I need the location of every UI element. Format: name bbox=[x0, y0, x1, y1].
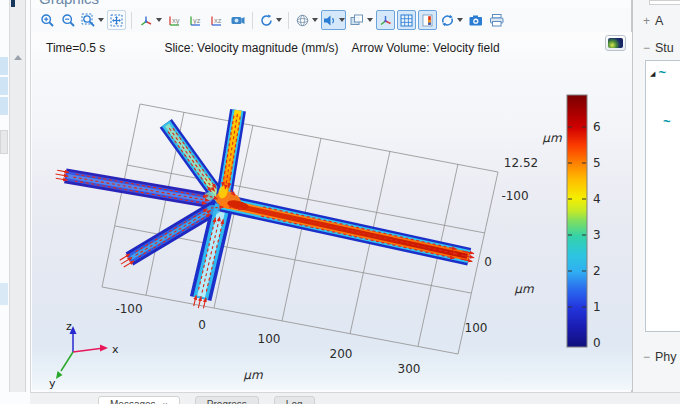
study-section-label: Stu bbox=[655, 41, 674, 55]
time-dependent-study-icon: ~ bbox=[658, 65, 666, 80]
dropdown-caret-icon[interactable] bbox=[457, 18, 463, 22]
colorbar bbox=[567, 95, 587, 347]
view-xy-button[interactable]: xy bbox=[165, 10, 184, 30]
colorbar-tick: 1 bbox=[593, 300, 601, 314]
triad-x-label: x bbox=[112, 343, 119, 356]
view-yz-icon: yz bbox=[188, 13, 204, 28]
show-color-legend-button[interactable] bbox=[418, 10, 437, 30]
view-yz-button[interactable]: yz bbox=[186, 10, 205, 30]
dropdown-caret-icon[interactable] bbox=[156, 18, 162, 22]
view-xz-icon: xz bbox=[209, 13, 225, 28]
z-axis-unit: µm bbox=[542, 131, 562, 145]
triad-y-label: y bbox=[49, 377, 56, 390]
color-legend-icon bbox=[420, 13, 435, 28]
coordinate-triad: z x y bbox=[49, 320, 119, 390]
bottom-tab-bar: Messages× Progress Log bbox=[30, 392, 680, 404]
plot-thumbnail-button[interactable] bbox=[605, 35, 626, 51]
tree-expand-icon[interactable]: ◢ bbox=[650, 70, 655, 77]
toolbar-separator bbox=[252, 12, 253, 29]
refresh-button[interactable] bbox=[439, 10, 464, 30]
tab-log[interactable]: Log bbox=[274, 396, 315, 404]
scroll-up-icon[interactable] bbox=[14, 55, 22, 60]
scene-button[interactable] bbox=[294, 10, 319, 30]
graphics-panel: Graphics xy bbox=[30, 0, 632, 392]
colorbar-tick: 3 bbox=[593, 228, 601, 242]
x-axis-unit: µm bbox=[243, 368, 263, 382]
color-legend: 6 5 4 3 2 1 0 bbox=[567, 95, 601, 350]
colorbar-tick: 6 bbox=[593, 120, 601, 134]
tab-label: Messages bbox=[110, 399, 156, 404]
transparency-icon bbox=[349, 13, 365, 28]
study-section-header[interactable]: −Stu bbox=[643, 41, 674, 55]
microchannel-geometry bbox=[64, 109, 471, 301]
projection-button[interactable] bbox=[228, 10, 247, 30]
tree-item[interactable]: ~ bbox=[663, 114, 671, 129]
study-tree[interactable]: ◢~ ~ bbox=[645, 60, 680, 332]
svg-text:xz: xz bbox=[214, 16, 222, 25]
panel-field-fragment bbox=[649, 0, 680, 5]
axis-labels: -100 0 100 200 300 µm -100 0 100 µm 12.5… bbox=[115, 131, 562, 382]
physics-section-header[interactable]: −Phy bbox=[643, 350, 677, 364]
printer-icon bbox=[489, 13, 505, 28]
left-panel-sliver bbox=[0, 0, 30, 404]
zoom-out-button[interactable] bbox=[59, 10, 78, 30]
print-button[interactable] bbox=[487, 10, 506, 30]
scene-3d[interactable]: -100 0 100 200 300 µm -100 0 100 µm 12.5… bbox=[32, 32, 632, 390]
zoom-in-button[interactable] bbox=[38, 10, 57, 30]
dropdown-caret-icon[interactable] bbox=[98, 18, 104, 22]
window-fragment bbox=[11, 0, 15, 7]
rotate-button[interactable] bbox=[258, 10, 283, 30]
list-item[interactable] bbox=[0, 283, 8, 305]
tab-progress[interactable]: Progress bbox=[195, 396, 259, 404]
close-icon[interactable]: × bbox=[163, 400, 168, 404]
expand-icon[interactable]: + bbox=[643, 14, 650, 28]
zoom-out-icon bbox=[61, 13, 76, 28]
dropdown-caret-icon[interactable] bbox=[312, 18, 318, 22]
default-view-icon bbox=[138, 13, 154, 28]
default-view-button[interactable] bbox=[137, 10, 163, 30]
dropdown-caret-icon[interactable] bbox=[367, 18, 373, 22]
list-item[interactable] bbox=[0, 57, 8, 75]
list-item[interactable] bbox=[0, 77, 8, 95]
scene-light-button[interactable] bbox=[321, 10, 346, 30]
tab-messages[interactable]: Messages× bbox=[98, 396, 180, 404]
show-grid-icon bbox=[399, 13, 414, 28]
vertical-scrollbar[interactable] bbox=[9, 0, 26, 392]
channel-east-outlet bbox=[217, 193, 471, 265]
tree-item[interactable]: ◢~ bbox=[650, 65, 666, 80]
zoom-box-icon bbox=[81, 13, 96, 28]
toolbar-separator bbox=[288, 12, 289, 29]
x-tick: 300 bbox=[398, 362, 421, 376]
x-tick: -100 bbox=[115, 302, 142, 316]
x-tick: 200 bbox=[330, 347, 353, 361]
camera-icon bbox=[468, 13, 484, 28]
slice-title: Slice: Velocity magnitude (mm/s) bbox=[164, 41, 338, 55]
tab-label: Log bbox=[286, 399, 303, 404]
dropdown-caret-icon[interactable] bbox=[276, 18, 282, 22]
zoom-box-button[interactable] bbox=[80, 10, 105, 30]
add-section-header[interactable]: +A bbox=[643, 14, 663, 28]
show-grid-button[interactable] bbox=[397, 10, 416, 30]
tab-label: Progress bbox=[207, 399, 247, 404]
list-item[interactable] bbox=[0, 130, 8, 154]
zoom-extents-button[interactable] bbox=[107, 10, 126, 30]
svg-text:yz: yz bbox=[193, 16, 201, 25]
panel-header: Graphics bbox=[31, 0, 631, 8]
show-axes-icon bbox=[378, 13, 393, 28]
y-tick: 0 bbox=[484, 255, 492, 269]
snapshot-button[interactable] bbox=[466, 10, 485, 30]
plot-canvas[interactable]: Time=0.5 s Slice: Velocity magnitude (mm… bbox=[32, 32, 632, 390]
time-dependent-study-icon: ~ bbox=[663, 114, 671, 129]
y-axis-unit: µm bbox=[514, 282, 534, 296]
colorbar-tick: 5 bbox=[593, 156, 601, 170]
transparency-button[interactable] bbox=[348, 10, 374, 30]
view-xz-button[interactable]: xz bbox=[207, 10, 226, 30]
collapse-icon[interactable]: − bbox=[643, 41, 650, 55]
view-xy-icon: xy bbox=[167, 13, 183, 28]
list-item[interactable] bbox=[0, 97, 8, 115]
collapse-icon[interactable]: − bbox=[643, 350, 650, 364]
toolbar-separator bbox=[131, 12, 132, 29]
plot-title: Slice: Velocity magnitude (mm/s)Arrow Vo… bbox=[32, 41, 632, 55]
dropdown-caret-icon[interactable] bbox=[339, 18, 345, 22]
show-axes-button[interactable] bbox=[376, 10, 395, 30]
